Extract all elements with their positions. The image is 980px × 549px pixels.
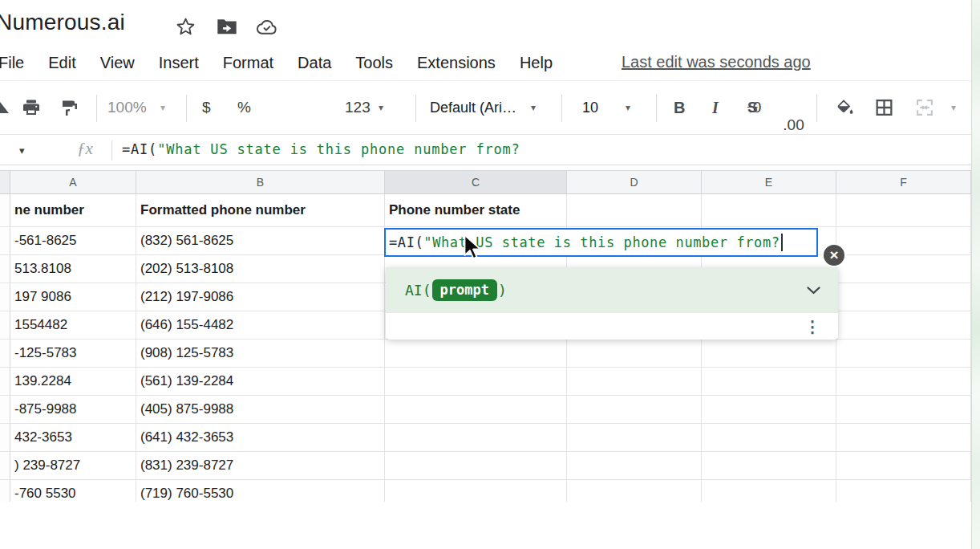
cell-A4[interactable]: 197 9086: [10, 283, 136, 311]
cell-B5[interactable]: (646) 155-4482: [136, 311, 385, 340]
name-box-caret-icon[interactable]: ▾: [19, 144, 25, 157]
cell-B4[interactable]: (212) 197-9086: [136, 283, 385, 311]
cell-F6[interactable]: [836, 340, 971, 368]
strikethrough-button[interactable]: S: [747, 99, 758, 116]
borders-icon[interactable]: [874, 98, 894, 118]
cell-D8[interactable]: [567, 396, 702, 424]
percent-format-button[interactable]: %: [237, 99, 251, 116]
cell-A3[interactable]: 513.8108: [10, 255, 136, 283]
cell-B10[interactable]: (831) 239-8727: [136, 452, 385, 480]
paint-format-icon[interactable]: [59, 98, 80, 117]
more-formats-caret-icon[interactable]: ▾: [379, 102, 383, 113]
cell-D10[interactable]: [567, 452, 702, 480]
move-folder-icon[interactable]: [215, 14, 239, 39]
cell-F9[interactable]: [836, 424, 971, 452]
column-header-C[interactable]: C: [385, 171, 567, 193]
increase-decimal-button[interactable]: .00→: [308, 116, 980, 134]
cell-F4[interactable]: [836, 283, 971, 311]
cell-A2[interactable]: -561-8625: [10, 227, 136, 255]
column-header-D[interactable]: D: [567, 171, 702, 193]
menu-edit[interactable]: Edit: [48, 54, 75, 72]
cell-B6[interactable]: (908) 125-5783: [136, 340, 385, 368]
menu-view[interactable]: View: [100, 54, 135, 72]
close-icon[interactable]: ×: [824, 245, 844, 266]
column-header-A[interactable]: A: [10, 171, 136, 193]
toolbar-divider: [415, 95, 416, 122]
cell-A8[interactable]: -875-9988: [10, 396, 136, 424]
font-size-select[interactable]: 10: [582, 100, 598, 116]
cell-E11[interactable]: [702, 480, 836, 502]
print-icon[interactable]: [21, 98, 42, 117]
chevron-down-icon[interactable]: [807, 287, 820, 295]
cell-B2[interactable]: (832) 561-8625: [136, 227, 385, 255]
cell-F11[interactable]: [836, 480, 971, 502]
function-signature-row[interactable]: AI(prompt): [386, 267, 838, 313]
cell-E1[interactable]: [702, 194, 836, 227]
cell-C9[interactable]: [385, 424, 567, 452]
cell-E9[interactable]: [702, 424, 836, 452]
cell-E10[interactable]: [702, 452, 836, 480]
cell-F5[interactable]: [836, 311, 971, 340]
currency-format-button[interactable]: $: [202, 99, 211, 116]
cell-A10[interactable]: ) 239-8727: [10, 452, 136, 480]
italic-button[interactable]: I: [712, 99, 719, 117]
cell-B9[interactable]: (641) 432-3653: [136, 424, 385, 452]
cell-C11[interactable]: [385, 480, 567, 502]
menu-tools[interactable]: Tools: [355, 54, 393, 72]
column-header-E[interactable]: E: [702, 171, 836, 193]
cell-F8[interactable]: [836, 396, 971, 424]
cell-E7[interactable]: [702, 368, 836, 396]
font-caret-icon[interactable]: ▾: [531, 102, 536, 113]
cell-F10[interactable]: [836, 452, 971, 480]
cell-F1[interactable]: [836, 194, 971, 227]
menu-file[interactable]: File: [0, 54, 24, 72]
cell-A11[interactable]: -760 5530: [10, 480, 136, 502]
cell-C6[interactable]: [385, 340, 567, 368]
font-select[interactable]: Default (Ari…: [430, 100, 516, 116]
font-size-caret-icon[interactable]: ▾: [626, 102, 630, 113]
menu-format[interactable]: Format: [223, 54, 273, 72]
cell-D1[interactable]: [567, 194, 702, 227]
cell-A9[interactable]: 432-3653: [10, 424, 136, 452]
cell-A6[interactable]: -125-5783: [10, 340, 136, 368]
cell-F2[interactable]: [836, 227, 971, 255]
cell-B1[interactable]: Formatted phone number: [136, 194, 385, 227]
menu-extensions[interactable]: Extensions: [417, 54, 496, 72]
cell-A7[interactable]: 139.2284: [10, 368, 136, 396]
column-header-F[interactable]: F: [836, 171, 971, 193]
star-icon[interactable]: [173, 14, 197, 39]
zoom-select[interactable]: 100%: [107, 99, 147, 116]
formula-input[interactable]: =AI("What US state is this phone number …: [122, 141, 520, 157]
cell-A1[interactable]: ne number: [10, 194, 136, 227]
cell-F3[interactable]: [836, 255, 971, 283]
cell-B11[interactable]: (719) 760-5530: [136, 480, 385, 502]
cell-E6[interactable]: [702, 340, 836, 368]
menu-help[interactable]: Help: [520, 54, 553, 72]
cell-E8[interactable]: [702, 396, 836, 424]
bold-button[interactable]: B: [674, 99, 685, 117]
function-name: AI(: [405, 282, 431, 299]
cell-D11[interactable]: [567, 480, 702, 502]
more-options-icon[interactable]: ⋮: [804, 319, 820, 335]
cell-C7[interactable]: [385, 368, 567, 396]
fill-color-icon[interactable]: [834, 98, 855, 117]
column-header-B[interactable]: B: [136, 171, 385, 193]
last-edit-status[interactable]: Last edit was seconds ago: [622, 53, 811, 71]
cell-C1[interactable]: Phone number state: [385, 194, 567, 227]
document-title[interactable]: Numerous.ai: [0, 10, 125, 35]
cell-A5[interactable]: 1554482: [10, 311, 136, 340]
cell-B8[interactable]: (405) 875-9988: [136, 396, 385, 424]
cell-D9[interactable]: [567, 424, 702, 452]
cell-C10[interactable]: [385, 452, 567, 480]
cell-C8[interactable]: [385, 396, 567, 424]
more-formats-button[interactable]: 123: [345, 99, 371, 116]
cell-D6[interactable]: [567, 340, 702, 368]
cell-F7[interactable]: [836, 368, 971, 396]
menu-data[interactable]: Data: [298, 54, 331, 72]
zoom-caret-icon[interactable]: ▾: [160, 102, 165, 113]
cell-editor[interactable]: =AI("What US state is this phone number …: [384, 228, 818, 257]
cell-B7[interactable]: (561) 139-2284: [136, 368, 385, 396]
menu-insert[interactable]: Insert: [159, 54, 199, 72]
cell-B3[interactable]: (202) 513-8108: [136, 255, 385, 283]
cell-D7[interactable]: [567, 368, 702, 396]
